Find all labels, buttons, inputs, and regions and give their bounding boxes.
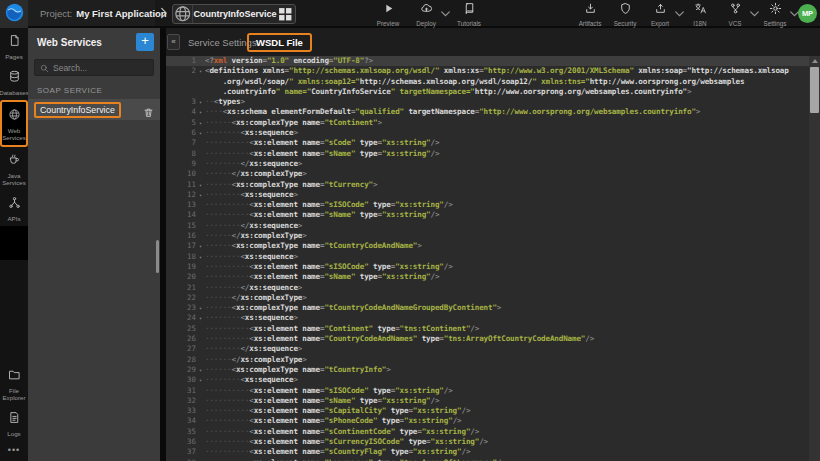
code-line-14[interactable]: 14··········<xs:element name="sName" typ… [166,210,820,220]
service-search[interactable]: Search... [34,59,154,76]
panel-scrollbar[interactable] [156,240,159,273]
tutorials-label: Tutorials [457,20,481,27]
scroll-up-button[interactable] [809,56,820,66]
topbar-security-button[interactable]: Security [611,1,639,27]
topbar-tutorials-button[interactable]: Tutorials [455,1,483,27]
code-line-20[interactable]: 20··········<xs:element name="sName" typ… [166,272,820,282]
code-line-wrap[interactable]: .org/wsdl/soap/" xmlns:soap12="http://sc… [166,77,820,87]
code-line-3[interactable]: 3▾··<types> [166,97,820,107]
code-line-28[interactable]: 28······</xs:complexType> [166,355,820,365]
code-line-2[interactable]: 2▾<definitions xmlns="http://schemas.xml… [166,66,820,76]
tab-label: WSDL File [247,33,312,52]
code-line-22[interactable]: 22······</xs:complexType> [166,293,820,303]
code-line-11[interactable]: 11▾······<xs:complexType name="tCurrency… [166,180,820,190]
service-list-item[interactable]: CountryInfoService [28,99,160,120]
code-line-27[interactable]: 27········</xs:sequence> [166,344,820,354]
code-line-7[interactable]: 7··········<xs:element name="sCode" type… [166,138,820,148]
code-viewer[interactable]: 1<?xml version="1.0" encoding="UTF-8"?>2… [166,56,820,461]
code-line-9[interactable]: 9········</xs:sequence> [166,159,820,169]
fold-marker-icon[interactable]: ▾ [196,252,205,262]
topbar-settings-button[interactable]: Settings [761,1,789,27]
topbar-i18n-button[interactable]: I18N [686,1,714,27]
sidebar-item-databases[interactable]: Databases [0,64,28,100]
scrollbar-thumb[interactable] [810,67,819,113]
code-line-13[interactable]: 13··········<xs:element name="sISOCode" … [166,200,820,210]
fold-marker-icon[interactable]: ▾ [196,365,205,375]
code-line-wrap[interactable]: .countryinfo" name="CountryInfoService" … [166,87,820,97]
fold-gutter [196,406,205,416]
code-line-31[interactable]: 31··········<xs:element name="sISOCode" … [166,386,820,396]
service-tab[interactable]: CountryInfoService [172,4,296,24]
code-line-8[interactable]: 8··········<xs:element name="sName" type… [166,149,820,159]
topbar-preview-button[interactable]: Preview [374,1,402,27]
fold-marker-icon[interactable]: ▾ [196,128,205,138]
code-line-37[interactable]: 37··········<xs:element name="sCountryFl… [166,447,820,457]
code-line-32[interactable]: 32··········<xs:element name="sName" typ… [166,396,820,406]
code-line-1[interactable]: 1<?xml version="1.0" encoding="UTF-8"?> [166,56,820,66]
chevron-down-icon[interactable] [673,6,680,13]
line-number: 29 [166,365,196,375]
sidebar-item-file-explorer[interactable]: File Explorer [0,362,28,405]
fold-marker-icon[interactable]: ▾ [196,303,205,313]
fold-marker-icon[interactable]: ▾ [196,180,205,190]
trash-icon[interactable] [143,104,154,115]
search-icon [40,59,49,77]
code-line-21[interactable]: 21········</xs:sequence> [166,283,820,293]
user-avatar[interactable]: MP [798,4,817,23]
fold-marker-icon[interactable]: ▾ [196,66,205,76]
fold-marker-icon[interactable]: ▾ [196,313,205,323]
more-options-icon[interactable]: ••• [0,441,28,461]
code-line-34[interactable]: 34··········<xs:element name="sPhoneCode… [166,416,820,426]
fold-marker-icon[interactable]: ▾ [196,190,205,200]
app-logo[interactable] [0,0,28,28]
chevron-down-icon[interactable] [439,6,446,13]
sidebar-item-logs[interactable]: Logs [0,405,28,441]
fold-marker-icon[interactable]: ▾ [196,107,205,117]
code-line-26[interactable]: 26··········<xs:element name="CountryCod… [166,334,820,344]
topbar-export-button[interactable]: Export [646,1,674,27]
sidebar-item-java-services[interactable]: Java Services [0,147,28,190]
add-service-button[interactable]: + [136,33,154,51]
topbar-vcs-button[interactable]: VCS [721,1,749,27]
code-line-4[interactable]: 4▾····<xs:schema elementFormDefault="qua… [166,107,820,117]
code-line-24[interactable]: 24▾········<xs:sequence> [166,313,820,323]
export-icon [654,1,667,19]
code-line-38[interactable]: 38··········<xs:element name="Languages"… [166,458,820,461]
code-line-12[interactable]: 12▾········<xs:sequence> [166,190,820,200]
code-line-16[interactable]: 16······</xs:complexType> [166,231,820,241]
code-line-10[interactable]: 10······</xs:complexType> [166,169,820,179]
code-line-30[interactable]: 30▾········<xs:sequence> [166,375,820,385]
code-line-23[interactable]: 23▾······<xs:complexType name="tCountryC… [166,303,820,313]
code-line-15[interactable]: 15········</xs:sequence> [166,221,820,231]
collapse-panel-button[interactable]: « [167,34,180,50]
code-line-33[interactable]: 33··········<xs:element name="sCapitalCi… [166,406,820,416]
chevron-down-icon[interactable] [788,6,795,13]
fold-marker-icon[interactable]: ▾ [196,118,205,128]
code-line-18[interactable]: 18▾········<xs:sequence> [166,252,820,262]
fold-marker-icon[interactable]: ▾ [196,375,205,385]
topbar-deploy-button[interactable]: Deploy [412,1,440,27]
sidebar-item-pages[interactable]: Pages [0,28,28,64]
fold-marker-icon[interactable]: ▾ [196,241,205,251]
grid-icon[interactable] [276,5,295,24]
topbar-artifacts-button[interactable]: Artifacts [576,1,604,27]
code-line-29[interactable]: 29▾······<xs:complexType name="tCountryI… [166,365,820,375]
editor-scrollbar[interactable] [809,56,820,461]
code-line-19[interactable]: 19··········<xs:element name="sISOCode" … [166,262,820,272]
sidebar-item-web-services[interactable]: Web Services [0,100,28,147]
chevron-down-icon[interactable] [748,6,755,13]
code-line-25[interactable]: 25··········<xs:element name="Continent"… [166,324,820,334]
code-line-5[interactable]: 5▾······<xs:complexType name="tContinent… [166,118,820,128]
code-line-6[interactable]: 6▾········<xs:sequence> [166,128,820,138]
tab-wsdl-file[interactable]: WSDL File [247,28,312,56]
sidebar-item-apis[interactable]: APIs [0,190,28,226]
code-line-35[interactable]: 35··········<xs:element name="sContinent… [166,427,820,437]
vcs-icon [729,1,742,19]
code-line-36[interactable]: 36··········<xs:element name="sCurrencyI… [166,437,820,447]
fold-gutter [196,169,205,179]
fold-gutter [196,77,205,87]
fold-marker-icon[interactable]: ▾ [196,97,205,107]
code-line-17[interactable]: 17▾······<xs:complexType name="tCountryC… [166,241,820,251]
line-number: 20 [166,272,196,282]
preview-icon [382,1,395,19]
